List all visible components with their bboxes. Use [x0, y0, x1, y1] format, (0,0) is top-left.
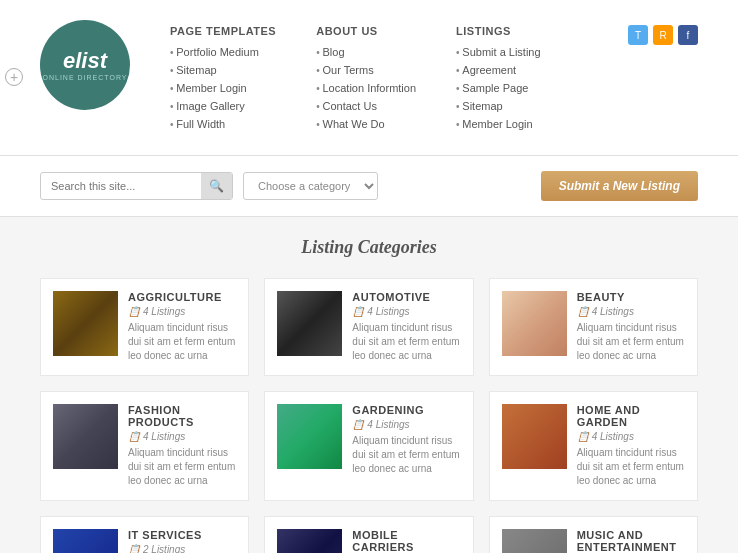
- nav-page-templates: PAGE TEMPLATES Portfolio MediumSitemapMe…: [170, 25, 276, 135]
- category-description: Aliquam tincidunt risus dui sit am et fe…: [128, 446, 236, 488]
- section-title: Listing Categories: [40, 237, 698, 258]
- nav-item[interactable]: Submit a Listing: [456, 45, 541, 59]
- category-thumbnail: [502, 291, 567, 356]
- listings-icon: 📋: [128, 431, 140, 442]
- listings-icon: 📋: [577, 431, 589, 442]
- nav-item[interactable]: Location Informtion: [316, 81, 416, 95]
- logo: elist ONLINE DIRECTORY: [40, 20, 130, 110]
- add-button[interactable]: +: [5, 68, 23, 86]
- category-info: IT SERVICES📋 2 ListingsAliquam tincidunt…: [128, 529, 236, 553]
- nav-item[interactable]: Member Login: [170, 81, 276, 95]
- rss-icon[interactable]: R: [653, 25, 673, 45]
- category-name: AGGRICULTURE: [128, 291, 236, 303]
- header: elist ONLINE DIRECTORY PAGE TEMPLATES Po…: [0, 0, 738, 156]
- category-name: HOME AND GARDEN: [577, 404, 685, 428]
- category-card[interactable]: MOBILE CARRIERS📋 3 ListingsAliquam tinci…: [264, 516, 473, 553]
- nav-item[interactable]: Agreement: [456, 63, 541, 77]
- listings-icon: 📋: [128, 306, 140, 317]
- category-thumbnail: [502, 529, 567, 553]
- category-thumbnail: [53, 529, 118, 553]
- category-description: Aliquam tincidunt risus dui sit am et fe…: [352, 434, 460, 476]
- category-name: MOBILE CARRIERS: [352, 529, 460, 553]
- nav-about-us: ABOUT US BlogOur TermsLocation Informtio…: [316, 25, 416, 135]
- nav-item[interactable]: Portfolio Medium: [170, 45, 276, 59]
- category-listings-count: 📋 4 Listings: [128, 431, 236, 442]
- category-info: MOBILE CARRIERS📋 3 ListingsAliquam tinci…: [352, 529, 460, 553]
- listings-nav-list: Submit a ListingAgreementSample PageSite…: [456, 45, 541, 131]
- nav-sections: PAGE TEMPLATES Portfolio MediumSitemapMe…: [170, 20, 588, 135]
- main-content: Listing Categories AGGRICULTURE📋 4 Listi…: [0, 217, 738, 553]
- category-name: FASHION PRODUCTS: [128, 404, 236, 428]
- nav-item[interactable]: Image Gallery: [170, 99, 276, 113]
- nav-page-templates-heading: PAGE TEMPLATES: [170, 25, 276, 37]
- category-card[interactable]: FASHION PRODUCTS📋 4 ListingsAliquam tinc…: [40, 391, 249, 501]
- nav-about-us-heading: ABOUT US: [316, 25, 416, 37]
- nav-item[interactable]: Sitemap: [456, 99, 541, 113]
- category-card[interactable]: BEAUTY📋 4 ListingsAliquam tincidunt risu…: [489, 278, 698, 376]
- listings-icon: 📋: [128, 544, 140, 553]
- category-thumbnail: [53, 291, 118, 356]
- listings-icon: 📋: [352, 306, 364, 317]
- category-card[interactable]: AGGRICULTURE📋 4 ListingsAliquam tincidun…: [40, 278, 249, 376]
- twitter-icon[interactable]: T: [628, 25, 648, 45]
- category-card[interactable]: IT SERVICES📋 2 ListingsAliquam tincidunt…: [40, 516, 249, 553]
- nav-listings-heading: LISTINGS: [456, 25, 541, 37]
- category-thumbnail: [277, 291, 342, 356]
- logo-text: elist: [63, 50, 107, 72]
- page-templates-list: Portfolio MediumSitemapMember LoginImage…: [170, 45, 276, 131]
- category-card[interactable]: AUTOMOTIVE📋 4 ListingsAliquam tincidunt …: [264, 278, 473, 376]
- category-info: FASHION PRODUCTS📋 4 ListingsAliquam tinc…: [128, 404, 236, 488]
- social-icons: T R f: [628, 25, 698, 45]
- category-info: AGGRICULTURE📋 4 ListingsAliquam tincidun…: [128, 291, 236, 363]
- category-thumbnail: [277, 404, 342, 469]
- category-listings-count: 📋 4 Listings: [128, 306, 236, 317]
- category-select[interactable]: Choose a category: [243, 172, 378, 200]
- facebook-icon[interactable]: f: [678, 25, 698, 45]
- category-info: BEAUTY📋 4 ListingsAliquam tincidunt risu…: [577, 291, 685, 363]
- category-card[interactable]: GARDENING📋 4 ListingsAliquam tincidunt r…: [264, 391, 473, 501]
- submit-listing-button[interactable]: Submit a New Listing: [541, 171, 698, 201]
- category-listings-count: 📋 4 Listings: [352, 419, 460, 430]
- category-listings-count: 📋 4 Listings: [352, 306, 460, 317]
- category-grid: AGGRICULTURE📋 4 ListingsAliquam tincidun…: [40, 278, 698, 553]
- logo-subtitle: ONLINE DIRECTORY: [43, 74, 128, 81]
- category-thumbnail: [277, 529, 342, 553]
- nav-item[interactable]: Contact Us: [316, 99, 416, 113]
- category-thumbnail: [502, 404, 567, 469]
- category-name: MUSIC AND ENTERTAINMENT: [577, 529, 685, 553]
- nav-item[interactable]: What We Do: [316, 117, 416, 131]
- listings-icon: 📋: [352, 419, 364, 430]
- category-listings-count: 📋 4 Listings: [577, 431, 685, 442]
- category-description: Aliquam tincidunt risus dui sit am et fe…: [577, 446, 685, 488]
- search-input[interactable]: [41, 174, 201, 198]
- nav-item[interactable]: Sitemap: [170, 63, 276, 77]
- search-button[interactable]: 🔍: [201, 173, 232, 199]
- category-description: Aliquam tincidunt risus dui sit am et fe…: [577, 321, 685, 363]
- category-description: Aliquam tincidunt risus dui sit am et fe…: [352, 321, 460, 363]
- category-listings-count: 📋 4 Listings: [577, 306, 685, 317]
- nav-item[interactable]: Member Login: [456, 117, 541, 131]
- category-info: MUSIC AND ENTERTAINMENT📋 4 ListingsAliqu…: [577, 529, 685, 553]
- category-listings-count: 📋 2 Listings: [128, 544, 236, 553]
- category-name: BEAUTY: [577, 291, 685, 303]
- category-info: AUTOMOTIVE📋 4 ListingsAliquam tincidunt …: [352, 291, 460, 363]
- listings-icon: 📋: [577, 306, 589, 317]
- category-card[interactable]: MUSIC AND ENTERTAINMENT📋 4 ListingsAliqu…: [489, 516, 698, 553]
- category-info: HOME AND GARDEN📋 4 ListingsAliquam tinci…: [577, 404, 685, 488]
- nav-item[interactable]: Blog: [316, 45, 416, 59]
- category-info: GARDENING📋 4 ListingsAliquam tincidunt r…: [352, 404, 460, 476]
- about-us-list: BlogOur TermsLocation InformtionContact …: [316, 45, 416, 131]
- category-name: GARDENING: [352, 404, 460, 416]
- search-bar: 🔍 Choose a category Submit a New Listing: [0, 156, 738, 217]
- category-name: AUTOMOTIVE: [352, 291, 460, 303]
- search-input-wrapper: 🔍: [40, 172, 233, 200]
- category-card[interactable]: HOME AND GARDEN📋 4 ListingsAliquam tinci…: [489, 391, 698, 501]
- category-description: Aliquam tincidunt risus dui sit am et fe…: [128, 321, 236, 363]
- nav-item[interactable]: Full Width: [170, 117, 276, 131]
- nav-listings: LISTINGS Submit a ListingAgreementSample…: [456, 25, 541, 135]
- category-thumbnail: [53, 404, 118, 469]
- nav-item[interactable]: Our Terms: [316, 63, 416, 77]
- category-name: IT SERVICES: [128, 529, 236, 541]
- nav-item[interactable]: Sample Page: [456, 81, 541, 95]
